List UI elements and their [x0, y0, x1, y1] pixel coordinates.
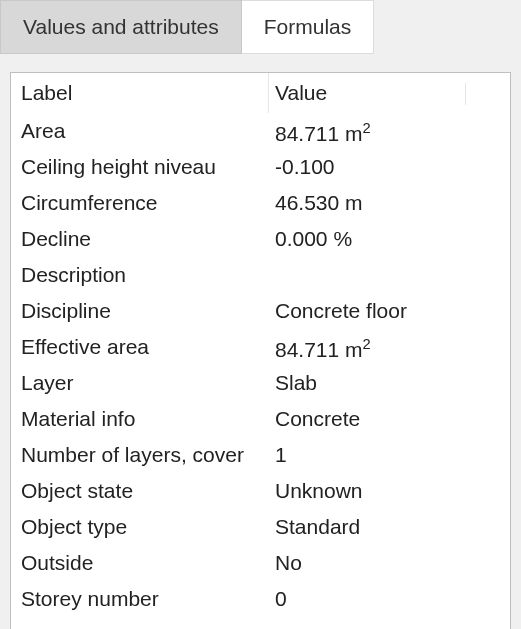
table-row[interactable]: Effective area84.711 m2: [11, 329, 510, 365]
property-label: Discipline: [11, 293, 269, 329]
table-row[interactable]: Storey number0: [11, 581, 510, 617]
properties-panel: Label Value Area84.711 m2Ceiling height …: [10, 72, 511, 629]
table-row[interactable]: Number of layers, cover1: [11, 437, 510, 473]
tab-values-and-attributes[interactable]: Values and attributes: [0, 0, 242, 54]
property-value[interactable]: Unknown: [269, 473, 510, 509]
property-value[interactable]: 0.000 %: [269, 221, 510, 257]
tab-formulas[interactable]: Formulas: [242, 0, 375, 54]
table-row[interactable]: OutsideNo: [11, 545, 510, 581]
property-label: Storey number: [11, 581, 269, 617]
table-row[interactable]: Description: [11, 257, 510, 293]
property-label: Material info: [11, 401, 269, 437]
table-row[interactable]: Ceiling height niveau-0.100: [11, 149, 510, 185]
tab-bar: Values and attributes Formulas: [0, 0, 521, 54]
table-row[interactable]: LayerSlab: [11, 365, 510, 401]
property-value[interactable]: 84.711 m2: [269, 110, 510, 152]
table-row[interactable]: Object typeStandard: [11, 509, 510, 545]
tab-label: Values and attributes: [23, 15, 219, 39]
property-label: Area: [11, 113, 269, 149]
table-row[interactable]: Circumference46.530 m: [11, 185, 510, 221]
property-label: Description: [11, 257, 269, 293]
property-value[interactable]: Standard: [269, 509, 510, 545]
table-row[interactable]: Area84.711 m2: [11, 113, 510, 149]
property-value[interactable]: 1: [269, 437, 510, 473]
property-value[interactable]: Concrete: [269, 401, 510, 437]
column-header-value[interactable]: Value: [269, 73, 510, 113]
property-value[interactable]: No: [269, 545, 510, 581]
table-row[interactable]: Decline0.000 %: [11, 221, 510, 257]
table-row[interactable]: Material infoConcrete: [11, 401, 510, 437]
property-label: Outside: [11, 545, 269, 581]
table-row[interactable]: DisciplineConcrete floor: [11, 293, 510, 329]
tab-label: Formulas: [264, 15, 352, 39]
property-label: Object state: [11, 473, 269, 509]
property-value[interactable]: 46.530 m: [269, 185, 510, 221]
property-label: Effective area: [11, 329, 269, 365]
property-value[interactable]: Slab: [269, 365, 510, 401]
panel-wrap: Label Value Area84.711 m2Ceiling height …: [0, 54, 521, 629]
property-label: Ceiling height niveau: [11, 149, 269, 185]
table-body: Area84.711 m2Ceiling height niveau-0.100…: [11, 113, 510, 617]
property-label: Layer: [11, 365, 269, 401]
column-header-label[interactable]: Label: [11, 73, 269, 113]
table-row[interactable]: Object stateUnknown: [11, 473, 510, 509]
property-value[interactable]: 0: [269, 581, 510, 617]
column-separator: [465, 83, 466, 105]
property-value[interactable]: Concrete floor: [269, 293, 510, 329]
property-value[interactable]: 84.711 m2: [269, 326, 510, 368]
table-header-row: Label Value: [11, 73, 510, 113]
property-label: Object type: [11, 509, 269, 545]
property-label: Number of layers, cover: [11, 437, 269, 473]
property-label: Decline: [11, 221, 269, 257]
property-label: Circumference: [11, 185, 269, 221]
property-value[interactable]: -0.100: [269, 149, 510, 185]
